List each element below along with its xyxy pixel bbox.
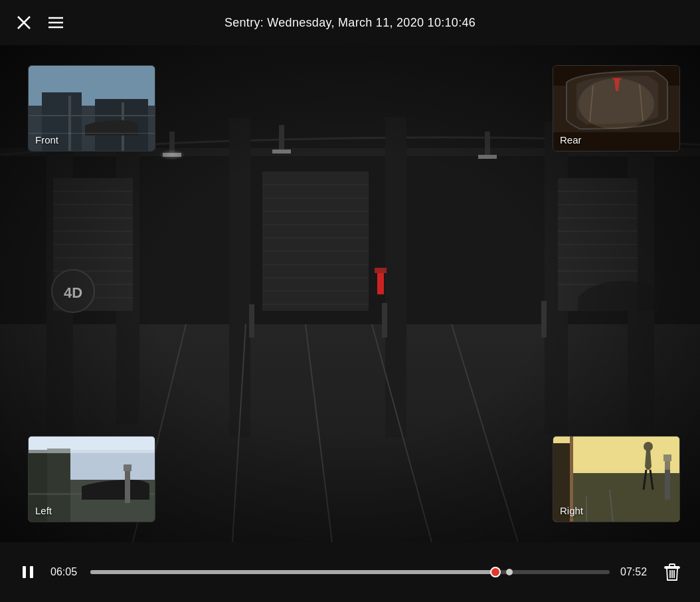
svg-line-77 [640, 84, 643, 121]
svg-rect-102 [30, 566, 33, 578]
svg-rect-101 [23, 566, 26, 578]
svg-rect-104 [669, 564, 675, 567]
pause-button[interactable] [16, 560, 40, 584]
menu-button[interactable] [45, 12, 66, 33]
svg-rect-73 [68, 96, 71, 151]
main-video-area: 4D [0, 45, 700, 542]
svg-rect-100 [573, 437, 680, 470]
progress-secondary-dot [506, 569, 513, 575]
progress-thumb[interactable] [490, 567, 501, 577]
right-label: Right [560, 505, 583, 516]
left-camera-thumbnail[interactable]: Left [28, 436, 155, 522]
svg-rect-85 [125, 466, 130, 503]
total-time: 07:52 [620, 566, 650, 578]
progress-bar[interactable] [90, 570, 610, 574]
front-camera-thumbnail[interactable]: Front [28, 65, 155, 151]
progress-fill [90, 570, 495, 574]
right-camera-thumbnail[interactable]: Right [553, 436, 680, 522]
front-label: Front [35, 134, 58, 146]
svg-rect-87 [29, 437, 155, 453]
controls-bar: 06:05 07:52 [0, 542, 700, 602]
video-title: Sentry: Wednesday, March 11, 2020 10:10:… [224, 16, 476, 30]
top-bar: Sentry: Wednesday, March 11, 2020 10:10:… [0, 0, 700, 45]
svg-rect-86 [124, 464, 131, 471]
svg-line-76 [590, 86, 593, 122]
rear-camera-thumbnail[interactable]: Rear [553, 65, 680, 151]
delete-button[interactable] [660, 560, 684, 584]
current-time: 06:05 [50, 566, 80, 578]
left-label: Left [35, 505, 52, 516]
close-button[interactable] [13, 12, 35, 33]
rear-label: Rear [560, 134, 582, 146]
